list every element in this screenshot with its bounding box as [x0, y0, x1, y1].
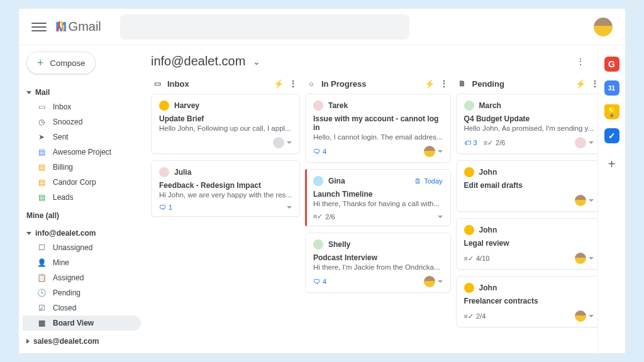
card-preview: Hi there, I'm Jackie from the Ondricka..…	[313, 263, 443, 271]
checklist-progress[interactable]: ≡✓2/4	[464, 312, 486, 321]
card-podcast-interview[interactable]: ShellyPodcast InterviewHi there, I'm Jac…	[305, 233, 451, 293]
assignee-avatar[interactable]	[575, 253, 586, 264]
column-menu-kebab-icon[interactable]: ⋮	[289, 79, 297, 89]
card-launch-timeline[interactable]: Gina🗓TodayLaunch TimelineHi there, Thank…	[305, 169, 451, 226]
assignee-dropdown-icon[interactable]	[438, 216, 443, 218]
comments-count[interactable]: 🗨4	[313, 148, 326, 155]
sidebar-item-inbox[interactable]: ▭Inbox	[23, 99, 141, 114]
mine-section-header[interactable]: Mine (all)	[23, 209, 141, 222]
sidebar-item-label: Unassigned	[53, 243, 92, 252]
board-area: info@dealet.com ⌄ ⋮ ▭Inbox⚡⋮HarveyUpdate…	[145, 45, 597, 353]
closed-icon: ☑	[36, 303, 47, 313]
checklist-progress[interactable]: ≡✓4/10	[464, 255, 490, 263]
search-input[interactable]	[120, 14, 409, 40]
send-icon: ➤	[36, 132, 47, 142]
compose-button[interactable]: + Compose	[26, 52, 96, 74]
sidebar-item-snoozed[interactable]: ◷Snoozed	[23, 114, 141, 129]
sidebar-item-label: Mine	[53, 258, 69, 267]
account2-header[interactable]: sales@dealet.com	[23, 334, 141, 348]
assignee-avatar[interactable]	[424, 146, 435, 157]
tag-icon: 🏷	[464, 139, 471, 146]
assignee-dropdown-icon[interactable]	[438, 280, 443, 283]
automation-bolt-icon[interactable]: ⚡	[274, 79, 284, 89]
rail-keep-icon[interactable]: 💡	[604, 104, 619, 119]
sender-name: Tarek	[328, 101, 348, 110]
card-header: Shelly	[313, 239, 443, 250]
sidebar-item-pending[interactable]: 🕓Pending	[23, 285, 141, 300]
sidebar-item-closed[interactable]: ☑Closed	[23, 300, 141, 315]
shared-header[interactable]: All shared conversations	[23, 352, 141, 353]
sender-name: March	[479, 101, 501, 110]
right-rail: G31💡✓+	[597, 45, 625, 353]
chevron-down-icon[interactable]: ⌄	[252, 57, 262, 67]
assignee-dropdown-icon[interactable]	[589, 141, 594, 144]
board-blue-icon: ▤	[36, 147, 47, 157]
assignee-avatar[interactable]	[424, 276, 435, 287]
sender-dot-icon	[159, 101, 169, 111]
account1-header[interactable]: info@dealet.com	[23, 226, 141, 240]
card-preview: Hi there, Thanks for having a call with.…	[313, 200, 443, 207]
assignee-dropdown-icon[interactable]	[589, 257, 594, 260]
sidebar-item-awesome-project[interactable]: ▤Awesome Project	[23, 145, 141, 160]
sender-name: John	[479, 226, 497, 234]
sidebar-item-leads[interactable]: ▤Leads	[23, 190, 141, 205]
card-edit-email-drafts[interactable]: JohnEdit email drafts	[456, 160, 597, 212]
sidebar-item-billing[interactable]: ▤Billing	[23, 160, 141, 175]
rail-add-button[interactable]: +	[608, 157, 616, 172]
card-feedback-redesign-impact[interactable]: JuliaFeedback - Redesign ImpactHi John, …	[151, 160, 300, 217]
sidebar-item-board-view[interactable]: ▦Board View	[23, 315, 141, 331]
checklist-progress[interactable]: ≡✓2/6	[484, 139, 506, 147]
assignee-dropdown-icon[interactable]	[438, 150, 443, 153]
card-footer: 🗨1	[159, 204, 292, 211]
sidebar-item-label: Inbox	[53, 102, 71, 111]
account-avatar[interactable]	[594, 18, 613, 36]
sidebar-item-sent[interactable]: ➤Sent	[23, 129, 141, 145]
sidebar-item-mine[interactable]: 👤Mine	[23, 255, 141, 270]
sidebar-item-assigned[interactable]: 📋Assigned	[23, 270, 141, 285]
assignee-avatar[interactable]	[575, 310, 586, 322]
column-menu-kebab-icon[interactable]: ⋮	[591, 79, 597, 89]
person-icon: 👤	[36, 258, 47, 268]
sidebar-item-candor-corp[interactable]: ▤Candor Corp	[23, 175, 141, 190]
card-preview: Hi John, we are very happy with the res.…	[159, 191, 292, 199]
card-issue-with-my-account-cannot-log-in[interactable]: TarekIssue with my account - cannot log …	[305, 94, 451, 163]
card-header: Julia	[159, 167, 292, 177]
assigned-icon: 📋	[36, 273, 47, 283]
comments-count[interactable]: 🗨1	[159, 204, 172, 211]
tag-count[interactable]: 🏷3	[464, 139, 477, 146]
card-preview: Hello John, As promised, I'm sending y..…	[464, 124, 594, 132]
assignee-avatar[interactable]	[273, 137, 284, 148]
column-menu-kebab-icon[interactable]: ⋮	[440, 79, 448, 89]
main-menu-icon[interactable]	[31, 19, 47, 35]
chevron-right-icon	[26, 339, 30, 344]
card-q4-budget-update[interactable]: MarchQ4 Budget UpdateHello John, As prom…	[456, 94, 597, 154]
rail-grammarly-icon[interactable]: G	[604, 57, 619, 72]
card-subject: Legal review	[464, 239, 594, 248]
card-subject: Edit email drafts	[464, 181, 594, 190]
rail-calendar-icon[interactable]: 31	[604, 80, 619, 96]
comments-count[interactable]: 🗨4	[313, 278, 326, 285]
board-columns: ▭Inbox⚡⋮HarveyUpdate BriefHello John, Fo…	[145, 75, 597, 353]
automation-bolt-icon[interactable]: ⚡	[425, 79, 435, 89]
assignee-dropdown-icon[interactable]	[589, 199, 594, 202]
assignee-avatar[interactable]	[575, 195, 586, 206]
rail-tasks-icon[interactable]: ✓	[604, 128, 619, 143]
assignee-dropdown-icon[interactable]	[287, 141, 292, 144]
sender-dot-icon	[313, 176, 323, 186]
assignee-avatar[interactable]	[575, 137, 586, 148]
assignee-dropdown-icon[interactable]	[589, 315, 594, 317]
checklist-progress[interactable]: ≡✓2/6	[313, 212, 335, 221]
column-title: Pending	[472, 79, 504, 89]
sidebar-item-label: Pending	[53, 288, 80, 297]
assignee-dropdown-icon[interactable]	[287, 206, 292, 209]
mail-section-header[interactable]: Mail	[23, 85, 141, 99]
board-menu-kebab-icon[interactable]: ⋮	[576, 57, 585, 67]
card-update-brief[interactable]: HarveyUpdate BriefHello John, Following …	[151, 94, 300, 154]
sidebar-item-unassigned[interactable]: ☐Unassigned	[23, 240, 141, 255]
card-legal-review[interactable]: JohnLegal review≡✓4/10	[456, 218, 597, 270]
sender-dot-icon	[464, 101, 474, 111]
sender-dot-icon	[159, 167, 169, 177]
card-freelancer-contracts[interactable]: JohnFreelancer contracts≡✓2/4	[456, 276, 597, 327]
automation-bolt-icon[interactable]: ⚡	[575, 79, 586, 89]
logo[interactable]: M /\ Gmail	[55, 19, 101, 35]
